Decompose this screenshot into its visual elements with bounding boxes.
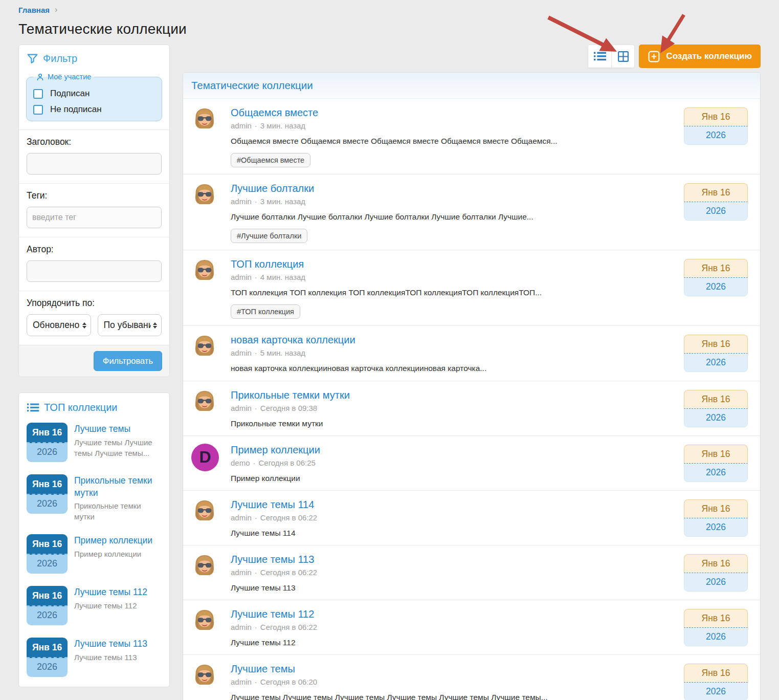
memoji-avatar[interactable]: [191, 498, 218, 527]
filter-title: Фильтр: [43, 53, 77, 64]
date-badge-day: Янв 16: [684, 664, 748, 683]
list-view-button[interactable]: [588, 45, 611, 68]
memoji-avatar[interactable]: [191, 663, 218, 691]
collection-title-link[interactable]: Лучшие темы 114: [231, 498, 314, 511]
collection-description: Прикольные темки мутки: [74, 500, 162, 522]
collection-title-link[interactable]: Лучшие темы 113: [231, 553, 314, 565]
memoji-avatar[interactable]: [191, 106, 218, 135]
post-time: 5 мин. назад: [260, 348, 305, 357]
author-name[interactable]: demo: [231, 458, 250, 467]
grid-view-button[interactable]: [611, 45, 634, 68]
author-name[interactable]: admin: [231, 623, 252, 631]
collection-description: Лучшие болталки Лучшие болталки Лучшие б…: [231, 212, 673, 222]
collection-title-link[interactable]: Общаемся вместе: [231, 106, 318, 119]
collection-tag[interactable]: #ТОП коллекция: [231, 304, 300, 319]
date-badge: Янв 16 2026: [684, 499, 748, 537]
collection-link[interactable]: Лучшие темы: [74, 423, 162, 435]
collection-title-link[interactable]: Лучшие темы: [231, 663, 295, 675]
date-badge-year: 2026: [684, 126, 748, 145]
memoji-avatar[interactable]: [191, 389, 218, 418]
collection-row: Лучшие болталки admin·3 мин. назад Лучши…: [183, 174, 760, 250]
author-field-label: Автор:: [27, 244, 162, 255]
title-field-label: Заголовок:: [27, 137, 162, 147]
tags-field[interactable]: [27, 207, 162, 228]
date-badge-day: Янв 16: [684, 183, 748, 202]
date-badge: Янв 16 2026: [684, 107, 748, 145]
date-badge: Янв 16 2026: [27, 586, 68, 625]
order-field-select[interactable]: Обновлено: [27, 314, 91, 336]
create-collection-button[interactable]: Создать коллекцию: [639, 45, 761, 68]
title-field[interactable]: [27, 153, 162, 174]
collection-description: Пример коллекции: [231, 473, 673, 484]
date-badge-year: 2026: [684, 683, 748, 700]
collection-tag-row: #Общаемся вместе: [231, 153, 673, 167]
collection-description: Пример коллекции: [74, 549, 152, 559]
date-badge-year: 2026: [684, 573, 748, 592]
collection-title-link[interactable]: Прикольные темки мутки: [231, 389, 350, 401]
top-collections-header: ТОП коллекции: [19, 393, 169, 420]
date-badge: Янв 16 2026: [684, 259, 748, 296]
collection-tag-row: #ТОП коллекция: [231, 304, 673, 319]
date-badge-day: Янв 16: [684, 609, 748, 628]
author-name[interactable]: admin: [231, 513, 252, 522]
collection-title-link[interactable]: Пример коллекции: [231, 444, 320, 456]
create-collection-label: Создать коллекцию: [666, 51, 752, 61]
collection-link[interactable]: Лучшие темы 112: [74, 586, 147, 599]
tags-field-label: Теги:: [27, 190, 162, 201]
date-badge: Янв 16 2026: [684, 664, 748, 700]
meta-separator: ·: [255, 623, 257, 631]
collection-tag[interactable]: #Общаемся вместе: [231, 153, 310, 167]
collection-title-link[interactable]: ТОП коллекция: [231, 258, 304, 270]
collection-tag[interactable]: #Лучшие болталки: [231, 229, 307, 243]
collection-link[interactable]: Прикольные темки мутки: [74, 475, 162, 499]
memoji-avatar[interactable]: [191, 182, 218, 211]
main-content: Создать коллекцию Тематические коллекции…: [183, 45, 761, 700]
author-name[interactable]: admin: [231, 404, 252, 412]
author-name[interactable]: admin: [231, 121, 252, 130]
list-view-icon: [593, 51, 607, 62]
memoji-avatar[interactable]: [191, 553, 218, 582]
collection-description: Лучшие темы 112: [231, 638, 673, 648]
author-name[interactable]: admin: [231, 677, 252, 686]
meta-separator: ·: [255, 677, 257, 686]
memoji-avatar[interactable]: [191, 334, 218, 362]
author-name[interactable]: admin: [231, 273, 252, 281]
collections-panel: Тематические коллекции Общаемся вместе a…: [183, 72, 761, 700]
date-badge-year: 2026: [684, 518, 748, 537]
collection-title-link[interactable]: Лучшие болталки: [231, 182, 314, 194]
memoji-avatar[interactable]: [191, 608, 218, 637]
date-badge-year: 2026: [684, 409, 748, 427]
memoji-avatar[interactable]: [191, 258, 218, 287]
post-time: Сегодня в 06:22: [260, 568, 317, 577]
collection-description: Лучшие темы 113: [231, 583, 673, 593]
meta-separator: ·: [253, 458, 256, 467]
collection-row: Прикольные темки мутки admin·Сегодня в 0…: [183, 381, 760, 435]
collection-link[interactable]: Лучшие темы 113: [74, 638, 147, 650]
order-direction-select[interactable]: По убывани: [98, 314, 162, 336]
collections-panel-title: Тематические коллекции: [183, 73, 760, 99]
collection-title-link[interactable]: Лучшие темы 112: [231, 608, 314, 620]
date-badge-year: 2026: [684, 354, 748, 372]
post-time: Сегодня в 06:20: [260, 677, 317, 686]
breadcrumb-home-link[interactable]: Главная: [18, 6, 50, 14]
date-badge-year: 2026: [27, 658, 68, 677]
collection-meta: admin·Сегодня в 09:38: [231, 404, 673, 412]
date-badge-year: 2026: [27, 555, 68, 574]
participation-legend: Моё участие: [48, 73, 91, 81]
checkbox-subscribed[interactable]: [33, 89, 43, 99]
author-name[interactable]: admin: [231, 348, 252, 357]
checkbox-not-subscribed[interactable]: [33, 105, 43, 115]
author-name[interactable]: admin: [231, 197, 252, 206]
order-field-value: Обновлено: [33, 320, 79, 331]
filter-submit-button[interactable]: Фильтровать: [94, 351, 162, 371]
author-name[interactable]: admin: [231, 568, 252, 577]
author-field[interactable]: [27, 260, 162, 282]
collection-title-link[interactable]: новая карточка коллекции: [231, 334, 355, 346]
post-time: Сегодня в 06:25: [259, 458, 316, 467]
up-down-icon: [153, 322, 157, 329]
letter-avatar[interactable]: D: [191, 444, 219, 471]
date-badge-year: 2026: [27, 606, 68, 625]
list-icon: [27, 402, 39, 413]
collection-link[interactable]: Пример коллекции: [74, 535, 152, 547]
checkbox-not-subscribed-label: Не подписан: [50, 104, 102, 115]
